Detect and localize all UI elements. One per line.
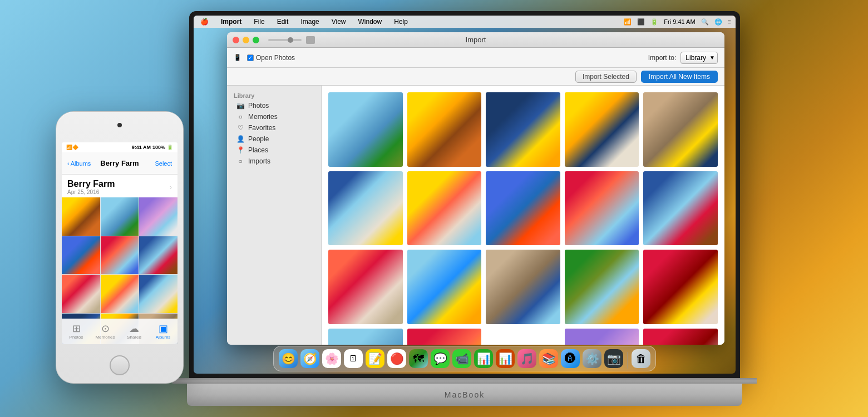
photo-cell[interactable] xyxy=(328,329,403,345)
ios-album-title: Berry Farm xyxy=(67,179,115,189)
photo-cell[interactable] xyxy=(643,171,718,246)
ios-tab-shared-icon: ☁ xyxy=(129,324,139,334)
photo-cell[interactable] xyxy=(407,171,482,246)
iphone-home-button[interactable] xyxy=(110,355,130,375)
photo-cell[interactable] xyxy=(328,171,403,246)
edit-menu[interactable]: Edit xyxy=(275,18,291,26)
ios-select-button[interactable]: Select xyxy=(155,160,172,167)
image-menu[interactable]: Image xyxy=(298,18,321,26)
dock-icon-camera[interactable]: 📷 xyxy=(604,349,624,369)
ios-back-label: Albums xyxy=(71,160,91,167)
dock-icon-safari[interactable]: 🧭 xyxy=(300,349,320,369)
macbook-body: 🍎 Import File Edit Image View Window Hel… xyxy=(172,11,757,411)
ios-photo-cell[interactable] xyxy=(139,275,177,313)
apple-menu[interactable]: 🍎 xyxy=(198,18,211,26)
dock-icon-finder[interactable]: 😊 xyxy=(278,349,298,369)
zoom-slider[interactable] xyxy=(268,39,302,41)
macbook-label: MacBook xyxy=(445,390,485,399)
ios-tab-shared[interactable]: ☁ Shared xyxy=(120,319,149,344)
window-titlebar: Import xyxy=(227,32,724,48)
dock-icon-numbers[interactable]: 📊 xyxy=(474,349,494,369)
minimize-button[interactable] xyxy=(243,37,249,43)
app-name-menu[interactable]: Import xyxy=(219,18,244,26)
help-menu[interactable]: Help xyxy=(392,18,410,26)
sidebar-item-photos-label: Photos xyxy=(248,102,269,110)
view-menu[interactable]: View xyxy=(329,18,348,26)
ios-tab-albums-icon: ▣ xyxy=(159,324,168,334)
photo-cell[interactable] xyxy=(643,329,718,345)
photo-cell-empty xyxy=(486,329,560,345)
view-toggle[interactable] xyxy=(306,36,315,44)
sidebar-item-favorites[interactable]: ♡ Favorites xyxy=(229,122,319,133)
sidebar-item-places[interactable]: 📍 Places xyxy=(229,145,319,156)
dock-icon-messages[interactable]: 💬 xyxy=(430,349,450,369)
window-menu[interactable]: Window xyxy=(356,18,384,26)
photo-cell[interactable] xyxy=(565,92,639,167)
file-menu[interactable]: File xyxy=(251,18,267,26)
sidebar-item-photos[interactable]: 📷 Photos xyxy=(229,100,319,111)
ios-tab-albums[interactable]: ▣ Albums xyxy=(149,319,177,344)
ios-photo-cell[interactable] xyxy=(101,236,139,275)
import-to-label: Import to: xyxy=(648,54,677,62)
ios-photo-cell[interactable] xyxy=(139,236,177,275)
ios-photo-cell[interactable] xyxy=(62,197,100,236)
photo-cell[interactable] xyxy=(565,250,639,324)
dock-icon-itunes[interactable]: 🎵 xyxy=(517,349,537,369)
photo-cell[interactable] xyxy=(565,171,639,246)
import-to-dropdown[interactable]: Library ▼ xyxy=(680,52,718,64)
ios-photo-cell[interactable] xyxy=(101,275,139,313)
ios-tab-photos-icon: ⊞ xyxy=(72,324,81,334)
maximize-button[interactable] xyxy=(253,37,259,43)
dock-icon-photos[interactable]: 🌸 xyxy=(322,349,342,369)
iphone-power-button[interactable] xyxy=(183,178,184,201)
photo-cell[interactable] xyxy=(486,171,560,246)
photo-cell[interactable] xyxy=(407,92,482,167)
ios-photo-cell[interactable] xyxy=(62,236,100,275)
photo-cell[interactable] xyxy=(643,250,718,324)
photo-cell[interactable] xyxy=(407,329,482,345)
ios-photo-cell[interactable] xyxy=(62,275,100,313)
sidebar-section-library: Library xyxy=(227,90,321,100)
dock-icon-ibooks[interactable]: 📚 xyxy=(539,349,559,369)
import-all-button[interactable]: Import All New Items xyxy=(641,71,718,83)
dock-icon-calendar[interactable]: 🗓 xyxy=(343,349,363,369)
dock-icon-reminders[interactable]: 🔴 xyxy=(387,349,407,369)
iphone-screen: 📶🔶 9:41 AM 100% 🔋 ‹ Albums Berry Farm Se… xyxy=(62,142,177,344)
dock-icon-trash[interactable]: 🗑 xyxy=(631,349,651,369)
close-button[interactable] xyxy=(233,37,239,43)
open-photos-checkbox-label[interactable]: Open Photos xyxy=(247,54,295,62)
sidebar-item-people[interactable]: 👤 People xyxy=(229,133,319,145)
import-selected-button[interactable]: Import Selected xyxy=(575,71,637,83)
ios-photo-cell[interactable] xyxy=(139,197,177,236)
photo-cell[interactable] xyxy=(565,329,639,345)
dock-icon-notes[interactable]: 📝 xyxy=(365,349,385,369)
notification-icon[interactable]: ≡ xyxy=(728,18,731,25)
photo-cell[interactable] xyxy=(643,92,718,167)
dock-icon-appstore[interactable]: 🅐 xyxy=(560,349,580,369)
search-icon[interactable]: 🔍 xyxy=(701,18,709,26)
ios-tab-memories-label: Memories xyxy=(95,335,115,340)
siri-icon[interactable]: 🌐 xyxy=(714,18,722,26)
open-photos-checkbox[interactable] xyxy=(247,54,254,61)
ios-tab-photos[interactable]: ⊞ Photos xyxy=(62,319,91,344)
macos-desktop: 🍎 Import File Edit Image View Window Hel… xyxy=(194,16,736,374)
ios-back-button[interactable]: ‹ Albums xyxy=(67,160,91,167)
ios-photo-cell[interactable] xyxy=(101,197,139,236)
photo-row-4 xyxy=(328,329,718,345)
ios-tab-memories[interactable]: ⊙ Memories xyxy=(91,319,120,344)
dock-icon-keynote[interactable]: 📊 xyxy=(495,349,515,369)
dock-icon-facetime[interactable]: 📹 xyxy=(452,349,472,369)
photo-cell[interactable] xyxy=(407,250,482,324)
dock-divider xyxy=(627,352,628,369)
menu-bar: 🍎 Import File Edit Image View Window Hel… xyxy=(194,16,736,28)
dock-icon-maps[interactable]: 🗺 xyxy=(408,349,428,369)
photo-cell[interactable] xyxy=(486,92,560,167)
iphone-vol-down-button[interactable] xyxy=(56,187,56,207)
sidebar-item-memories[interactable]: ○ Memories xyxy=(229,111,319,122)
photo-cell[interactable] xyxy=(486,250,560,324)
photo-cell[interactable] xyxy=(328,250,403,324)
iphone-vol-up-button[interactable] xyxy=(56,167,56,181)
photo-cell[interactable] xyxy=(328,92,403,167)
sidebar-item-imports[interactable]: ○ Imports xyxy=(229,156,319,167)
dock-icon-sysprefs[interactable]: ⚙️ xyxy=(582,349,602,369)
